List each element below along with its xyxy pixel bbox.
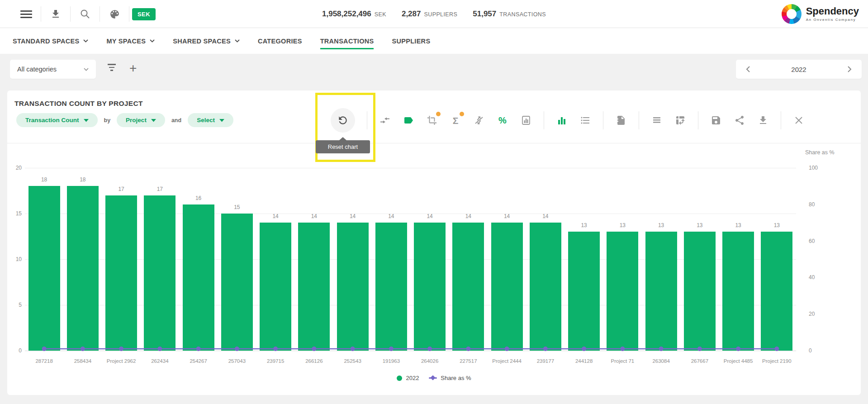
- right-axis-tick: 100: [809, 165, 818, 171]
- bar-value-label: 14: [427, 213, 432, 219]
- chevron-down-icon: [84, 68, 89, 71]
- spendency-logo: Spendency An Onventis Company: [782, 4, 859, 24]
- x-axis-label: 264026: [421, 358, 438, 364]
- tab-shared-spaces[interactable]: SHARED SPACES: [173, 35, 240, 48]
- bar-value-label: 13: [774, 222, 780, 228]
- x-axis-label: Project 4485: [724, 358, 753, 364]
- bar-value-label: 15: [234, 204, 240, 210]
- bar-value-label: 16: [195, 195, 201, 201]
- bar[interactable]: [452, 223, 484, 351]
- chart-panel: TRANSACTION COUNT BY PROJECT Transaction…: [7, 90, 861, 395]
- bar[interactable]: [568, 232, 600, 351]
- logo-donut-icon: [782, 4, 802, 24]
- bar[interactable]: [722, 232, 754, 351]
- reset-chart-tooltip: Reset chart: [316, 140, 370, 153]
- next-year-icon[interactable]: [848, 66, 852, 72]
- left-axis-tick: 10: [8, 256, 22, 262]
- left-axis-tick: 20: [8, 165, 22, 171]
- bar[interactable]: [607, 232, 638, 351]
- palette-icon[interactable]: [100, 9, 129, 20]
- filter-icon[interactable]: [107, 64, 117, 71]
- bar[interactable]: [28, 186, 60, 351]
- bar-chart: Share as % 2022 Share as % 0510152002040…: [7, 90, 861, 395]
- legend-item-share[interactable]: Share as %: [429, 375, 471, 381]
- bar[interactable]: [260, 223, 291, 351]
- x-axis-label: 262434: [151, 358, 168, 364]
- tab-my-spaces[interactable]: MY SPACES: [106, 35, 155, 48]
- year-selector: 2022: [736, 60, 862, 79]
- x-axis-label: 257043: [228, 358, 246, 364]
- gridline: [25, 168, 796, 168]
- filter-row: All categories + 2022: [0, 54, 868, 84]
- x-axis-label: 244128: [575, 358, 593, 364]
- stat-suppliers: 2,287 SUPPLIERS: [402, 10, 457, 19]
- x-axis-label: 258434: [74, 358, 91, 364]
- bar-value-label: 17: [157, 186, 163, 192]
- bar[interactable]: [761, 232, 792, 351]
- bar-value-label: 14: [311, 213, 317, 219]
- legend-dot-icon: [397, 375, 402, 381]
- search-icon[interactable]: [71, 9, 100, 19]
- category-select[interactable]: All categories: [10, 60, 96, 79]
- gridline: [25, 214, 796, 214]
- bar[interactable]: [337, 223, 369, 351]
- bar[interactable]: [491, 223, 523, 351]
- x-axis-label: Project 2190: [762, 358, 792, 364]
- bar-value-label: 14: [350, 213, 356, 219]
- x-axis-label: Project 71: [611, 358, 634, 364]
- right-axis-title: Share as %: [805, 149, 835, 156]
- legend-item-2022[interactable]: 2022: [397, 375, 419, 381]
- x-axis-label: Project 2962: [107, 358, 136, 364]
- x-axis-label: 227517: [460, 358, 477, 364]
- currency-badge[interactable]: SEK: [132, 8, 156, 20]
- bar-value-label: 14: [542, 213, 548, 219]
- bar-value-label: 14: [388, 213, 394, 219]
- bar[interactable]: [298, 223, 330, 351]
- right-axis-tick: 80: [809, 201, 815, 208]
- right-axis-tick: 20: [809, 311, 815, 317]
- bar[interactable]: [645, 232, 677, 351]
- bar-value-label: 13: [581, 222, 587, 228]
- bar[interactable]: [105, 195, 137, 351]
- stat-transactions: 51,957 TRANSACTIONS: [473, 10, 546, 19]
- tab-categories[interactable]: CATEGORIES: [258, 35, 302, 48]
- left-axis-tick: 0: [8, 347, 22, 354]
- previous-year-icon[interactable]: [746, 66, 750, 72]
- bar-value-label: 18: [80, 176, 85, 183]
- bar[interactable]: [375, 223, 407, 351]
- bar[interactable]: [530, 223, 561, 351]
- menu-icon[interactable]: [20, 10, 32, 18]
- x-axis-label: 254267: [190, 358, 207, 364]
- bar[interactable]: [183, 204, 214, 351]
- bar-value-label: 13: [735, 222, 741, 228]
- bar[interactable]: [144, 195, 175, 351]
- download-icon[interactable]: [41, 9, 70, 19]
- bar-value-label: 14: [465, 213, 471, 219]
- x-axis-label: 266126: [305, 358, 323, 364]
- tab-transactions[interactable]: TRANSACTIONS: [320, 35, 374, 48]
- x-axis-label: Project 2444: [492, 358, 522, 364]
- bar[interactable]: [684, 232, 716, 351]
- bar[interactable]: [67, 186, 99, 351]
- stat-total-spend: 1,958,252,496 SEK: [322, 10, 386, 19]
- chevron-down-icon: [235, 39, 240, 43]
- bar[interactable]: [414, 223, 446, 351]
- right-axis-tick: 40: [809, 274, 815, 280]
- summary-stats: 1,958,252,496 SEK 2,287 SUPPLIERS 51,957…: [322, 0, 546, 28]
- bar-value-label: 13: [697, 222, 702, 228]
- tab-suppliers[interactable]: SUPPLIERS: [392, 35, 430, 48]
- left-axis-tick: 5: [8, 302, 22, 308]
- main-nav: STANDARD SPACES MY SPACES SHARED SPACES …: [0, 28, 868, 54]
- top-bar: SEK 1,958,252,496 SEK 2,287 SUPPLIERS 51…: [0, 0, 868, 28]
- x-axis-label: 252543: [344, 358, 361, 364]
- gridline: [25, 259, 796, 260]
- bar[interactable]: [221, 214, 253, 351]
- x-axis-label: 263084: [652, 358, 669, 364]
- x-axis-label: 267667: [691, 358, 708, 364]
- tab-standard-spaces[interactable]: STANDARD SPACES: [13, 35, 88, 48]
- gridline: [25, 305, 796, 305]
- bar-value-label: 13: [658, 222, 664, 228]
- right-axis-tick: 60: [809, 238, 815, 244]
- add-filter-icon[interactable]: +: [129, 59, 137, 77]
- x-axis-label: 287218: [35, 358, 52, 364]
